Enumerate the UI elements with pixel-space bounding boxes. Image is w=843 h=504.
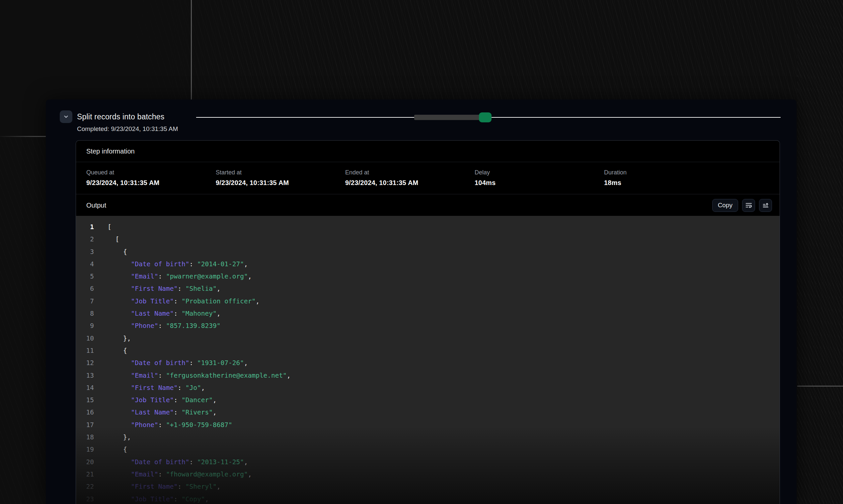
line-number: 19 — [76, 443, 94, 455]
code-line: 20 "Date of birth": "2013-11-25", — [76, 456, 780, 468]
line-number: 17 — [76, 419, 94, 431]
line-number: 15 — [76, 394, 94, 406]
code-text: "Job Title": "Copy", — [107, 493, 209, 504]
field-label: Queued at — [86, 169, 216, 176]
line-number: 20 — [76, 456, 94, 468]
line-number: 6 — [76, 283, 94, 295]
field-value: 104ms — [475, 179, 604, 187]
output-header: Output Copy — [76, 194, 780, 216]
code-line: 19 { — [76, 443, 780, 455]
line-number: 16 — [76, 406, 94, 418]
line-number: 13 — [76, 370, 94, 382]
line-number: 4 — [76, 258, 94, 270]
line-number: 9 — [76, 320, 94, 332]
output-title: Output — [86, 202, 106, 209]
wrap-text-button[interactable] — [742, 199, 755, 212]
line-number: 7 — [76, 295, 94, 307]
field-value: 18ms — [604, 179, 734, 187]
code-line: 1[ — [76, 221, 780, 233]
field-value: 9/23/2024, 10:31:35 AM — [345, 179, 475, 187]
code-text: { — [107, 443, 127, 455]
code-line: 18 }, — [76, 431, 780, 443]
field-label: Delay — [475, 169, 604, 176]
step-info-fields: Queued at9/23/2024, 10:31:35 AMStarted a… — [76, 162, 780, 194]
canvas-connector-left — [0, 136, 46, 137]
line-number: 12 — [76, 357, 94, 369]
field-value: 9/23/2024, 10:31:35 AM — [86, 179, 216, 187]
field-label: Started at — [216, 169, 345, 176]
code-text: "Email": "fergusonkatherine@example.net"… — [107, 370, 291, 382]
timeline-duration-segment — [414, 115, 480, 120]
code-text: "Phone": "857.139.8239" — [107, 320, 221, 332]
code-line: 4 "Date of birth": "2014-01-27", — [76, 258, 780, 270]
code-line: 11 { — [76, 344, 780, 357]
code-text: "Job Title": "Probation officer", — [107, 295, 260, 307]
code-text: "First Name": "Sheryl", — [107, 481, 221, 493]
code-text: "Job Title": "Dancer", — [107, 394, 217, 406]
timeline-handle[interactable] — [479, 112, 492, 122]
scroll-to-top-button[interactable] — [759, 199, 772, 212]
code-line: 12 "Date of birth": "1931-07-26", — [76, 357, 780, 369]
background-texture-right — [797, 0, 843, 504]
code-text: { — [107, 246, 127, 258]
app-root: Split records into batches Completed: 9/… — [0, 0, 843, 504]
step-status: Completed: 9/23/2024, 10:31:35 AM — [77, 125, 178, 133]
code-line: 21 "Email": "fhoward@example.org", — [76, 468, 780, 481]
code-text: { — [107, 344, 127, 357]
collapse-step-button[interactable] — [60, 110, 72, 123]
code-text: }, — [107, 332, 131, 344]
line-number: 1 — [76, 221, 94, 233]
code-line: 7 "Job Title": "Probation officer", — [76, 295, 780, 307]
code-text: "Date of birth": "2014-01-27", — [107, 258, 248, 270]
field-label: Ended at — [345, 169, 475, 176]
line-number: 11 — [76, 344, 94, 357]
code-line: 23 "Job Title": "Copy", — [76, 493, 780, 504]
copy-button[interactable]: Copy — [712, 199, 738, 212]
output-actions: Copy — [712, 199, 772, 212]
chevron-down-icon — [63, 114, 69, 120]
code-text: "Last Name": "Mahoney", — [107, 307, 221, 320]
scroll-to-top-icon — [762, 202, 769, 209]
field-label: Duration — [604, 169, 734, 176]
line-number: 23 — [76, 493, 94, 504]
step-info-field: Ended at9/23/2024, 10:31:35 AM — [345, 169, 475, 194]
code-line: 16 "Last Name": "Rivers", — [76, 406, 780, 418]
code-text: "Email": "pwarner@example.org", — [107, 270, 252, 283]
code-text: [ — [107, 221, 111, 233]
code-line: 14 "First Name": "Jo", — [76, 382, 780, 394]
code-text: [ — [107, 233, 119, 245]
line-number: 22 — [76, 481, 94, 493]
code-line: 2 [ — [76, 233, 780, 245]
canvas-vertical-line — [191, 0, 192, 100]
line-number: 18 — [76, 431, 94, 443]
step-information-header: Step information — [76, 141, 780, 162]
code-line: 3 { — [76, 246, 780, 258]
line-number: 3 — [76, 246, 94, 258]
step-info-field: Delay104ms — [475, 169, 604, 194]
line-number: 5 — [76, 270, 94, 283]
background-texture-left — [0, 137, 46, 504]
code-line: 5 "Email": "pwarner@example.org", — [76, 270, 780, 283]
canvas-connector-right — [797, 385, 843, 386]
code-line: 6 "First Name": "Shelia", — [76, 283, 780, 295]
code-text: "Email": "fhoward@example.org", — [107, 468, 252, 481]
code-text: "Date of birth": "1931-07-26", — [107, 357, 248, 369]
code-line: 8 "Last Name": "Mahoney", — [76, 307, 780, 320]
step-info-field: Duration18ms — [604, 169, 734, 194]
background-texture-top — [116, 0, 797, 100]
step-info-field: Started at9/23/2024, 10:31:35 AM — [216, 169, 345, 194]
code-line: 22 "First Name": "Sheryl", — [76, 481, 780, 493]
output-code-viewer[interactable]: 1[2 [3 {4 "Date of birth": "2014-01-27",… — [76, 216, 780, 504]
code-line: 13 "Email": "fergusonkatherine@example.n… — [76, 370, 780, 382]
wrap-text-icon — [745, 202, 752, 209]
step-info-field: Queued at9/23/2024, 10:31:35 AM — [86, 169, 216, 194]
code-text: "Phone": "+1-950-759-8687" — [107, 419, 232, 431]
code-text: "First Name": "Jo", — [107, 382, 205, 394]
step-information-title: Step information — [86, 147, 135, 155]
step-information-card: Step information Queued at9/23/2024, 10:… — [76, 140, 780, 504]
line-number: 14 — [76, 382, 94, 394]
line-number: 2 — [76, 233, 94, 245]
copy-button-label: Copy — [718, 202, 733, 209]
code-text: "Last Name": "Rivers", — [107, 406, 217, 418]
line-number: 8 — [76, 307, 94, 320]
